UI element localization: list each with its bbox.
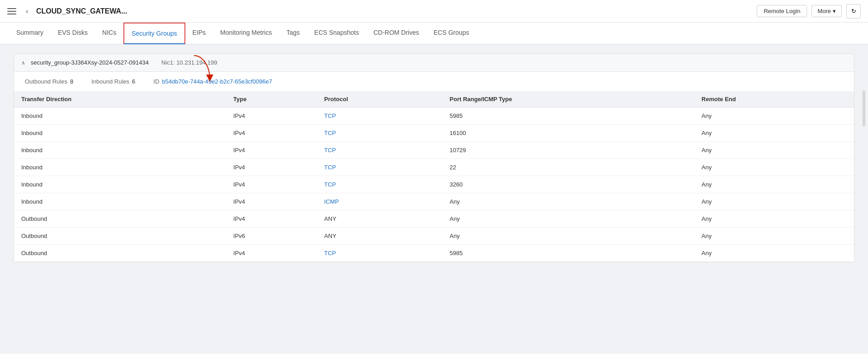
outbound-rules-count: 8 [70,78,73,85]
inbound-rules-count: 6 [132,78,135,85]
table-row: Outbound IPv6 ANY Any Any [14,228,854,245]
col-port-range: Port Range/ICMP Type [443,91,694,107]
table-row: Outbound IPv4 TCP 5985 Any [14,245,854,262]
tab-summary[interactable]: Summary [9,23,51,44]
sg-panel-header: ∧ security_group-3J364Xsy-2024-0527-0914… [14,54,854,72]
scrollbar[interactable] [863,90,865,126]
outbound-rules-info: Outbound Rules 8 [25,78,73,85]
table-header-row: Transfer Direction Type Protocol Port Ra… [14,91,854,107]
rules-table: Transfer Direction Type Protocol Port Ra… [14,91,854,262]
cell-protocol: ANY [317,210,442,228]
cell-type: IPv4 [226,176,317,193]
sg-id-label: ID [153,78,159,85]
cell-type: IPv4 [226,210,317,228]
cell-type: IPv4 [226,107,317,125]
remote-login-button[interactable]: Remote Login [757,5,807,17]
table-row: Inbound IPv4 TCP 3260 Any [14,176,854,193]
menu-icon[interactable] [7,7,16,16]
sg-name: security_group-3J364Xsy-2024-0527-091434 [31,59,149,66]
cell-type: IPv4 [226,159,317,176]
cell-protocol: TCP [317,176,442,193]
cell-remote: Any [694,193,854,210]
main-content: ∧ security_group-3J364Xsy-2024-0527-0914… [0,44,868,353]
cell-remote: Any [694,125,854,142]
cell-direction: Outbound [14,228,226,245]
cell-type: IPv4 [226,193,317,210]
col-protocol: Protocol [317,91,442,107]
more-button[interactable]: More ▾ [811,5,842,17]
cell-port: 22 [443,159,694,176]
more-label: More [817,8,831,14]
cell-direction: Inbound [14,125,226,142]
table-row: Inbound IPv4 TCP 5985 Any [14,107,854,125]
outbound-rules-label: Outbound Rules [25,78,67,85]
table-row: Inbound IPv4 ICMP Any Any [14,193,854,210]
sg-id-value[interactable]: b54db70e-744a-49e2-b2c7-65e3cf0096e7 [162,78,272,85]
cell-port: Any [443,193,694,210]
cell-remote: Any [694,210,854,228]
sg-info-bar: Outbound Rules 8 Inbound Rules 6 ID b54d… [14,72,854,91]
tab-ecs-snapshots[interactable]: ECS Snapshots [307,23,366,44]
cell-port: 5985 [443,107,694,125]
cell-direction: Inbound [14,107,226,125]
tab-eips[interactable]: EIPs [185,23,213,44]
cell-protocol: TCP [317,142,442,159]
cell-type: IPv4 [226,142,317,159]
tab-tags[interactable]: Tags [279,23,307,44]
col-transfer-direction: Transfer Direction [14,91,226,107]
cell-remote: Any [694,159,854,176]
cell-port: Any [443,210,694,228]
table-row: Inbound IPv4 TCP 10729 Any [14,142,854,159]
cell-type: IPv4 [226,125,317,142]
tab-nics[interactable]: NICs [95,23,123,44]
cell-remote: Any [694,228,854,245]
inbound-rules-info: Inbound Rules 6 [91,78,135,85]
cell-protocol: ICMP [317,193,442,210]
cell-port: 5985 [443,245,694,262]
cell-remote: Any [694,245,854,262]
cell-protocol: ANY [317,228,442,245]
tab-security-groups[interactable]: Security Groups [123,23,185,44]
refresh-button[interactable]: ↻ [846,4,861,19]
topbar-actions: Remote Login More ▾ ↻ [757,4,861,19]
table-row: Outbound IPv4 ANY Any Any [14,210,854,228]
sg-id-info: ID b54db70e-744a-49e2-b2c7-65e3cf0096e7 [153,78,272,85]
table-row: Inbound IPv4 TCP 22 Any [14,159,854,176]
col-type: Type [226,91,317,107]
cell-type: IPv6 [226,228,317,245]
expand-icon[interactable]: ∧ [21,60,25,66]
tab-evs-disks[interactable]: EVS Disks [51,23,95,44]
tab-cdrom-drives[interactable]: CD-ROM Drives [366,23,426,44]
cell-type: IPv4 [226,245,317,262]
cell-port: 10729 [443,142,694,159]
tabbar: Summary EVS Disks NICs Security Groups E… [0,23,868,44]
cell-direction: Inbound [14,159,226,176]
chevron-down-icon: ▾ [833,8,836,14]
cell-direction: Outbound [14,210,226,228]
refresh-icon: ↻ [851,8,856,14]
cell-remote: Any [694,107,854,125]
cell-port: 16100 [443,125,694,142]
page-title: CLOUD_SYNC_GATEWA... [36,7,757,15]
sg-nic: Nic1: 10.231.194.199 [161,59,217,66]
tab-monitoring-metrics[interactable]: Monitoring Metrics [213,23,279,44]
back-icon[interactable]: ‹ [23,7,32,16]
cell-remote: Any [694,176,854,193]
cell-remote: Any [694,142,854,159]
cell-port: Any [443,228,694,245]
cell-port: 3260 [443,176,694,193]
inbound-rules-label: Inbound Rules [91,78,129,85]
topbar: ‹ CLOUD_SYNC_GATEWA... Remote Login More… [0,0,868,23]
tab-ecs-groups[interactable]: ECS Groups [426,23,476,44]
cell-protocol: TCP [317,245,442,262]
cell-protocol: TCP [317,125,442,142]
col-remote-end: Remote End [694,91,854,107]
cell-direction: Inbound [14,176,226,193]
cell-protocol: TCP [317,107,442,125]
cell-direction: Inbound [14,193,226,210]
table-row: Inbound IPv4 TCP 16100 Any [14,125,854,142]
security-group-panel: ∧ security_group-3J364Xsy-2024-0527-0914… [14,53,854,262]
cell-direction: Outbound [14,245,226,262]
cell-direction: Inbound [14,142,226,159]
cell-protocol: TCP [317,159,442,176]
